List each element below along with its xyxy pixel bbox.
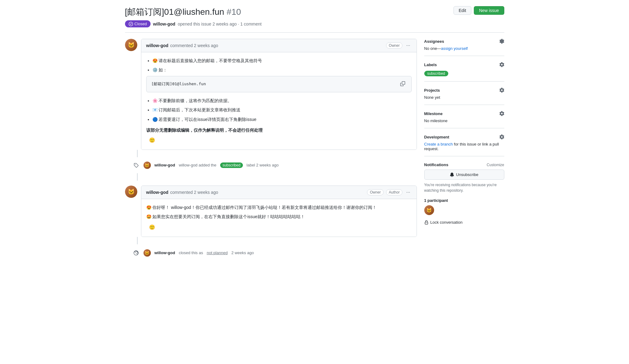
development-gear-icon[interactable]: [499, 134, 504, 139]
owner-badge-1: Owner: [386, 42, 402, 49]
assignees-gear-icon[interactable]: [499, 39, 504, 44]
unsubscribe-label: Unsubscribe: [456, 172, 478, 177]
comment-time-2: commented 2 weeks ago: [170, 190, 218, 195]
development-value: Create a branch for this issue or link a…: [424, 142, 504, 151]
bold-note: 该部分无需删除或编辑，仅作为解释说明，不会进行任何处理: [146, 128, 412, 133]
issue-body: 🐱 willow-god commented 2 weeks ago Owner…: [125, 39, 504, 262]
closed-text: closed this as: [179, 250, 203, 255]
closed-timeline-icon: [131, 248, 141, 258]
comment-list-1: 😍 请在标题后直接输入您的邮箱，不要带空格及其他符号 ⚙️ 如：: [146, 57, 412, 74]
issue-title-row: [邮箱订阅]01@liushen.fun #10: [125, 6, 241, 18]
closed-time: 2 weeks ago: [231, 250, 254, 255]
comment-list-item-4: 📧 订阅邮箱后，下次本站更新文章将收到推送: [152, 106, 412, 113]
notifications-title: Notifications: [424, 162, 449, 167]
labels-value: subscribed: [424, 70, 504, 76]
emoji-reaction-1[interactable]: 🙂: [146, 136, 158, 145]
participants-title: 1 participant: [424, 198, 504, 203]
comment-header-1: willow-god commented 2 weeks ago Owner ·…: [141, 39, 417, 52]
sidebar-notifications: Notifications Customize Unsubscribe You'…: [424, 162, 504, 193]
edit-button[interactable]: Edit: [454, 6, 471, 15]
comment-box-1: willow-god commented 2 weeks ago Owner ·…: [141, 39, 417, 150]
more-options-1[interactable]: ···: [405, 42, 411, 49]
closed-icon: [129, 22, 133, 26]
label-timeline-icon: [131, 160, 141, 170]
comment-header-2: willow-god commented 2 weeks ago Owner A…: [141, 186, 417, 199]
status-text: Closed: [135, 22, 147, 26]
comment-header-right-2: Owner Author ···: [367, 189, 411, 196]
bold-note-text: 该部分无需删除或编辑，仅作为解释说明，不会进行任何处理: [146, 128, 263, 133]
copy-icon: [400, 81, 405, 86]
timeline-author: willow-god: [155, 163, 175, 167]
projects-gear-icon[interactable]: [499, 88, 504, 93]
timeline-label-time: label 2 weeks ago: [247, 163, 279, 167]
participant-avatar: 🐱: [424, 205, 434, 215]
customize-link[interactable]: Customize: [487, 163, 504, 167]
lock-conversation[interactable]: Lock conversation: [424, 220, 504, 225]
owner-badge-2: Owner: [367, 189, 383, 195]
sidebar-participants: 1 participant 🐱: [424, 198, 504, 215]
bell-icon: [450, 173, 454, 177]
sidebar-milestone-header: Milestone: [424, 111, 504, 116]
closed-author: willow-god: [155, 250, 175, 255]
assign-yourself-link[interactable]: assign yourself: [441, 46, 468, 51]
connect-line-1: [137, 150, 138, 157]
header-buttons: Edit New issue: [454, 6, 504, 15]
assignees-value: No one—assign yourself: [424, 46, 504, 51]
comment-list-item-5: 🔵 若需要退订，可以在issue详情页面右下角删除issue: [152, 116, 412, 123]
lock-text: Lock conversation: [430, 220, 463, 225]
comment-list-item-2: ⚙️ 如：: [152, 66, 412, 73]
avatar-1: 🐱: [125, 39, 137, 51]
not-planned-link[interactable]: not planned: [207, 250, 228, 255]
issue-meta: Closed willow-god opened this issue 2 we…: [125, 20, 504, 27]
code-content: [邮箱订阅]01@liushen.fun: [151, 81, 206, 87]
sidebar-development: Development Create a branch for this iss…: [424, 134, 504, 156]
main-content: 🐱 willow-god commented 2 weeks ago Owner…: [125, 39, 417, 262]
comment-list-item-3: 🌸 不要删除前缀，这将作为匹配的依据。: [152, 97, 412, 104]
sidebar-milestone: Milestone No milestone: [424, 111, 504, 128]
header-divider: [125, 32, 504, 33]
milestone-title: Milestone: [424, 111, 443, 116]
author-badge-2: Author: [386, 189, 402, 195]
issue-title: [邮箱订阅]01@liushen.fun: [125, 6, 224, 18]
emoji-reaction-2[interactable]: 🙂: [146, 223, 158, 232]
comment-body-line-1: 😍 你好呀！ willow-god！你已经成功通过邮件订阅了清羽飞扬小站哒！若有…: [146, 204, 412, 211]
avatar-2: 🐱: [125, 186, 137, 198]
more-options-2[interactable]: ···: [405, 189, 411, 196]
comment-author-1: willow-god: [146, 43, 168, 48]
issue-author: willow-god: [153, 22, 175, 26]
timeline-label-badge: subscribed: [220, 162, 243, 168]
comment-wrapper-1: 🐱 willow-god commented 2 weeks ago Owner…: [125, 39, 417, 150]
labels-title: Labels: [424, 62, 437, 67]
avatar-img-2: 🐱: [125, 186, 137, 198]
comment-wrapper-2: 🐱 willow-god commented 2 weeks ago Owner…: [125, 186, 417, 237]
comment-box-2: willow-god commented 2 weeks ago Owner A…: [141, 186, 417, 237]
new-issue-button[interactable]: New issue: [474, 6, 504, 15]
no-one-text: No one—: [424, 46, 441, 51]
projects-value: None yet: [424, 95, 504, 100]
milestone-value: No milestone: [424, 118, 504, 123]
page-container: [邮箱订阅]01@liushen.fun #10 Edit New issue …: [118, 0, 512, 268]
issue-number: #10: [227, 7, 241, 17]
sidebar-projects: Projects None yet: [424, 88, 504, 105]
issue-opened-text: opened this issue 2 weeks ago · 1 commen…: [178, 22, 261, 26]
comment-list-item-1: 😍 请在标题后直接输入您的邮箱，不要带空格及其他符号: [152, 57, 412, 64]
copy-button[interactable]: [399, 80, 406, 88]
comment-header-left-1: willow-god commented 2 weeks ago: [146, 43, 218, 48]
notifications-desc: You're receiving notifications because y…: [424, 182, 504, 193]
comment-body-line-2: 🤩 如果您实在想要关闭订阅，在右下角直接删除这个issue就好！咕咕咕咕咕咕咕！: [146, 213, 412, 220]
sidebar-assignees-header: Assignees: [424, 39, 504, 44]
milestone-gear-icon[interactable]: [499, 111, 504, 116]
development-title: Development: [424, 135, 450, 139]
connect-line-2: [137, 173, 138, 181]
status-badge: Closed: [125, 20, 151, 27]
tag-icon: [134, 163, 139, 168]
labels-gear-icon[interactable]: [499, 62, 504, 67]
comment-list-2: 🌸 不要删除前缀，这将作为匹配的依据。 📧 订阅邮箱后，下次本站更新文章将收到推…: [146, 97, 412, 123]
issue-header: [邮箱订阅]01@liushen.fun #10 Edit New issue: [125, 6, 504, 18]
comment-body-2: 😍 你好呀！ willow-god！你已经成功通过邮件订阅了清羽飞扬小站哒！若有…: [141, 199, 417, 237]
create-branch-link[interactable]: Create a branch: [424, 142, 453, 146]
comment-author-2: willow-god: [146, 190, 168, 195]
unsubscribe-button[interactable]: Unsubscribe: [424, 170, 504, 180]
timeline-label-event: 🐱 willow-god willow-god added the subscr…: [131, 157, 417, 173]
lock-icon: [424, 220, 429, 225]
